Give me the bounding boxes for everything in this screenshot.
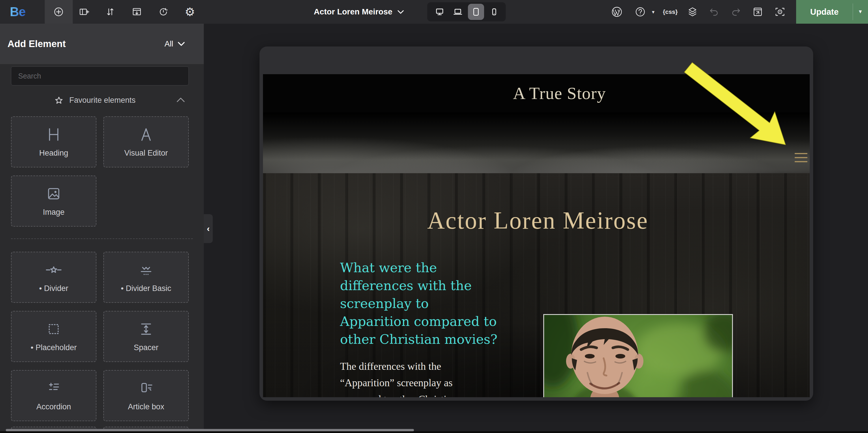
screen-bottom-edge: [0, 431, 868, 433]
update-button-group: Update ▼: [796, 0, 868, 24]
tablet-icon: [470, 6, 482, 17]
element-card[interactable]: Article box: [103, 370, 189, 421]
question-line: screenplay to: [340, 295, 497, 313]
filter-label: All: [164, 39, 173, 49]
question-line: What were the: [340, 259, 497, 277]
element-icon: [11, 185, 96, 203]
question-line: other Christian movies?: [340, 331, 497, 348]
element-label: Spacer: [104, 343, 188, 352]
star-icon: [55, 96, 63, 104]
open-in-new-window-icon[interactable]: [750, 0, 765, 24]
help-caret-icon[interactable]: ▼: [648, 0, 658, 24]
element-card[interactable]: Accordion: [11, 370, 96, 421]
panel-collapse-handle[interactable]: ‹: [204, 214, 213, 243]
device-desktop-button[interactable]: [432, 4, 448, 20]
page-title-menu[interactable]: Actor Loren Meirose: [314, 0, 404, 24]
element-card[interactable]: Image: [11, 176, 96, 226]
mobile-icon: [489, 6, 500, 17]
chevron-down-icon: [398, 10, 404, 14]
actor-photo: [543, 314, 733, 397]
element-label: • Placeholder: [11, 343, 96, 352]
be-logo[interactable]: Be: [10, 0, 25, 24]
favourite-elements-section-header[interactable]: Favourite elements: [0, 96, 204, 110]
reorder-icon[interactable]: [104, 0, 117, 24]
add-element-panel: Add Element All Favourite elements He: [0, 24, 204, 433]
element-icon: [104, 320, 188, 338]
category-filter-dropdown[interactable]: All: [164, 24, 185, 64]
device-tablet-button-selected[interactable]: [468, 4, 484, 20]
paragraph-line: compared to other Christian: [340, 391, 456, 397]
panel-title: Add Element: [7, 24, 66, 64]
laptop-icon: [452, 6, 463, 17]
element-icon: [11, 320, 96, 338]
site-header-title: A True Story: [513, 84, 606, 103]
add-section-icon[interactable]: [78, 0, 90, 24]
element-icon: [104, 261, 188, 279]
element-icon: [11, 126, 96, 144]
page-title: Actor Loren Meirose: [314, 7, 392, 17]
element-icon: [104, 379, 188, 397]
element-label: Visual Editor: [104, 149, 188, 158]
element-card[interactable]: Visual Editor: [103, 116, 189, 167]
chevron-down-icon: [178, 42, 185, 46]
layers-icon[interactable]: [685, 0, 700, 24]
question-text: What were thedifferences with thescreenp…: [340, 259, 497, 348]
preview-page: A True Story Actor Loren Meirose What we…: [263, 74, 810, 397]
element-grid-top: Heading Visual Editor Image: [11, 116, 189, 226]
be-builder-app: Be ⚙ Actor Loren Meirose: [0, 0, 868, 433]
portrait-image: [544, 315, 732, 397]
element-label: • Divider Basic: [104, 284, 188, 293]
add-element-icon: [52, 0, 65, 24]
undo-icon[interactable]: [707, 0, 722, 24]
search-input[interactable]: [11, 66, 189, 86]
desktop-icon: [434, 6, 445, 17]
site-header: A True Story: [263, 74, 810, 113]
element-card[interactable]: • Placeholder: [11, 311, 96, 362]
device-mobile-button[interactable]: [486, 4, 502, 20]
custom-css-icon[interactable]: {css}: [661, 0, 679, 24]
question-line: Apparition compared to: [340, 313, 497, 331]
page-heading: Actor Loren Meirose: [427, 207, 648, 235]
panel-header: Add Element All: [0, 24, 204, 64]
element-card[interactable]: • Divider: [11, 252, 96, 303]
element-icon: [11, 379, 96, 397]
paragraph-text: The differences with the“Apparition” scr…: [340, 358, 456, 397]
history-icon[interactable]: [157, 0, 170, 24]
wordpress-icon[interactable]: [609, 0, 624, 24]
top-toolbar: Be ⚙ Actor Loren Meirose: [0, 0, 868, 24]
paragraph-line: The differences with the: [340, 358, 456, 375]
responsive-device-toggle: [427, 2, 506, 21]
element-icon: [11, 261, 96, 279]
section-divider: [11, 239, 193, 239]
element-label: Article box: [104, 402, 188, 411]
mobile-menu-icon[interactable]: [795, 153, 807, 162]
question-line: differences with the: [340, 277, 497, 295]
element-card[interactable]: Heading: [11, 116, 96, 167]
horizontal-scrollbar[interactable]: [6, 429, 414, 431]
chevron-left-icon: ‹: [207, 224, 210, 234]
preview-icon[interactable]: [772, 0, 787, 24]
section-label: Favourite elements: [69, 96, 136, 105]
header-smoke-banner: [263, 113, 810, 173]
redo-icon[interactable]: [728, 0, 743, 24]
update-button[interactable]: Update: [796, 7, 853, 17]
settings-icon[interactable]: ⚙: [184, 0, 196, 24]
element-icon: [104, 126, 188, 144]
element-card[interactable]: • Divider Basic: [103, 252, 189, 303]
add-element-tab-active[interactable]: [45, 0, 73, 24]
help-icon[interactable]: [633, 0, 647, 24]
paragraph-line: “Apparition” screenplay as: [340, 375, 456, 391]
element-grid-more: • Divider • Divider Basic • Placeholder: [11, 252, 189, 421]
chevron-up-icon: [177, 98, 185, 102]
element-label: • Divider: [11, 284, 96, 293]
device-laptop-button[interactable]: [450, 4, 466, 20]
element-label: Image: [11, 208, 96, 217]
update-options-caret[interactable]: ▼: [853, 9, 868, 15]
element-label: Accordion: [11, 402, 96, 411]
element-label: Heading: [11, 149, 96, 158]
templates-icon[interactable]: [130, 0, 143, 24]
element-card[interactable]: Spacer: [103, 311, 189, 362]
